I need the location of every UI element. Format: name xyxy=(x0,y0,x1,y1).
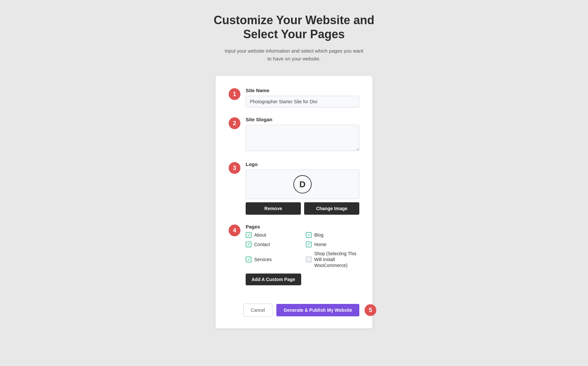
step3-content: Logo D Remove Change Image xyxy=(246,161,359,215)
generate-publish-button[interactable]: Generate & Publish My Website xyxy=(276,304,359,316)
step1-content: Site Name xyxy=(246,88,359,108)
step5-badge: 5 xyxy=(365,304,376,316)
about-checkbox[interactable] xyxy=(246,232,252,238)
main-card: 1 Site Name 2 Site Slogan 3 Logo D Remov… xyxy=(216,76,372,328)
logo-icon: D xyxy=(293,175,312,193)
step3-label: Logo xyxy=(246,161,359,167)
footer-actions: Cancel Generate & Publish My Website 5 xyxy=(229,304,359,317)
page-title: Customize Your Website and Select Your P… xyxy=(214,13,374,41)
step2-section: 2 Site Slogan xyxy=(229,117,359,152)
step4-badge: 4 xyxy=(229,225,240,236)
logo-buttons: Remove Change Image xyxy=(246,202,359,215)
step3-badge: 3 xyxy=(229,162,240,174)
services-checkbox[interactable] xyxy=(246,257,252,262)
contact-label: Contact xyxy=(254,241,270,247)
step1-section: 1 Site Name xyxy=(229,88,359,108)
add-custom-page-button[interactable]: Add A Custom Page xyxy=(246,274,301,285)
step4-content: Pages About Blog Contact xyxy=(246,224,359,294)
list-item: Services xyxy=(246,251,299,269)
page-subtitle: Input your website information and selec… xyxy=(222,47,366,63)
blog-label: Blog xyxy=(314,232,323,238)
step3-section: 3 Logo D Remove Change Image xyxy=(229,161,359,215)
step2-content: Site Slogan xyxy=(246,117,359,152)
change-image-button[interactable]: Change Image xyxy=(304,202,359,215)
home-checkbox[interactable] xyxy=(306,241,312,247)
step1-badge: 1 xyxy=(229,88,240,100)
shop-label: Shop (Selecting This Will Install WooCom… xyxy=(314,251,359,269)
cancel-button[interactable]: Cancel xyxy=(243,304,273,317)
pages-grid: About Blog Contact Home xyxy=(246,232,359,268)
list-item: Blog xyxy=(306,232,359,238)
remove-button[interactable]: Remove xyxy=(246,202,301,215)
shop-checkbox[interactable] xyxy=(306,257,312,262)
contact-checkbox[interactable] xyxy=(246,241,252,247)
about-label: About xyxy=(254,232,266,238)
list-item: Shop (Selecting This Will Install WooCom… xyxy=(306,251,359,269)
services-label: Services xyxy=(254,257,272,262)
step4-label: Pages xyxy=(246,224,359,229)
blog-checkbox[interactable] xyxy=(306,232,312,238)
list-item: About xyxy=(246,232,299,238)
step1-label: Site Name xyxy=(246,88,359,93)
logo-preview: D xyxy=(246,170,359,199)
step2-badge: 2 xyxy=(229,117,240,129)
site-name-input[interactable] xyxy=(246,96,359,108)
home-label: Home xyxy=(314,241,326,247)
list-item: Home xyxy=(306,241,359,247)
step4-section: 4 Pages About Blog Contact xyxy=(229,224,359,294)
site-slogan-input[interactable] xyxy=(246,125,359,151)
step2-label: Site Slogan xyxy=(246,117,359,122)
list-item: Contact xyxy=(246,241,299,247)
